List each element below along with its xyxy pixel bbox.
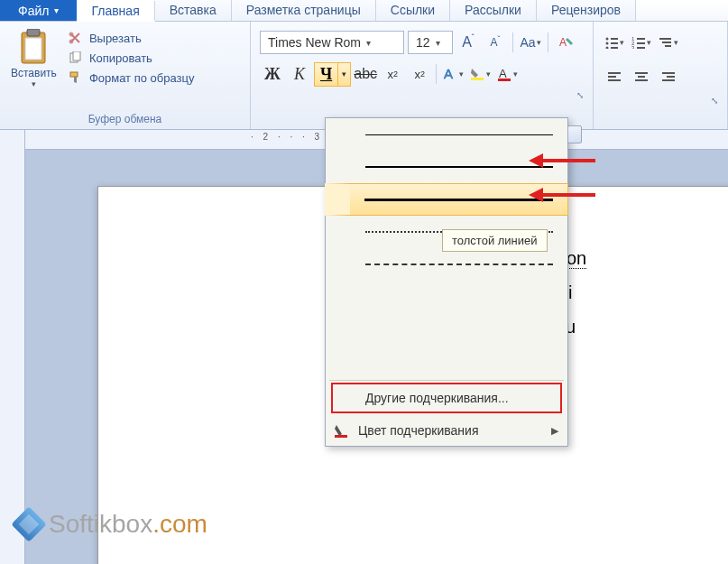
annotation-arrow-2 bbox=[541, 193, 595, 197]
bold-button[interactable]: Ж bbox=[260, 61, 285, 87]
font-color-button[interactable]: A▾ bbox=[494, 61, 520, 87]
align-left-button[interactable] bbox=[603, 65, 626, 88]
bullets-button[interactable]: ▾ bbox=[603, 31, 626, 54]
svg-point-15 bbox=[606, 42, 609, 45]
grow-font-icon: A bbox=[462, 34, 472, 51]
file-menu-button[interactable]: Файл ▾ bbox=[0, 0, 77, 21]
svg-text:A: A bbox=[559, 36, 567, 49]
font-dialog-launcher[interactable]: ⤡ bbox=[575, 88, 585, 102]
chevron-down-icon: ▾ bbox=[32, 79, 36, 88]
eraser-icon: A bbox=[558, 35, 574, 50]
svg-rect-6 bbox=[73, 51, 80, 60]
paragraph-dialog-launcher[interactable]: ⤡ bbox=[709, 94, 720, 107]
change-case-button[interactable]: Aa▾ bbox=[519, 31, 542, 54]
copy-button[interactable]: Копировать bbox=[64, 49, 198, 67]
watermark-logo-icon bbox=[11, 506, 47, 542]
tab-mailings[interactable]: Рассылки bbox=[450, 0, 537, 21]
underline-color-item[interactable]: Цвет подчеркивания ▶ bbox=[326, 415, 567, 446]
svg-rect-24 bbox=[637, 47, 645, 49]
shrink-font-button[interactable]: Aˇ bbox=[484, 31, 507, 54]
highlight-button[interactable]: ▾ bbox=[467, 61, 493, 87]
paste-label: Вставить bbox=[11, 67, 57, 79]
paste-button[interactable]: Вставить ▾ bbox=[7, 25, 60, 92]
paragraph-group: ▾ 123▾ ▾ ⤡ bbox=[594, 22, 728, 129]
more-underlines-item[interactable]: Другие подчеркивания... bbox=[331, 383, 562, 413]
vertical-ruler[interactable] bbox=[0, 130, 25, 564]
subscript-button[interactable]: x2 bbox=[380, 61, 405, 87]
svg-rect-31 bbox=[635, 72, 648, 74]
format-painter-button[interactable]: Формат по образцу bbox=[64, 69, 198, 87]
font-name-combo[interactable]: Times New Rom ▾ bbox=[260, 31, 404, 54]
underline-single[interactable] bbox=[326, 118, 567, 151]
tab-review[interactable]: Рецензиров bbox=[537, 0, 636, 21]
svg-rect-26 bbox=[662, 42, 671, 43]
annotation-arrow-1 bbox=[541, 159, 595, 162]
chevron-right-icon: ▶ bbox=[551, 425, 558, 437]
bullets-icon bbox=[604, 36, 619, 49]
underline-dashed[interactable] bbox=[326, 248, 567, 281]
svg-rect-22 bbox=[637, 42, 645, 44]
underline-wavy[interactable] bbox=[326, 346, 567, 378]
svg-rect-14 bbox=[611, 38, 618, 40]
align-center-button[interactable] bbox=[630, 65, 653, 88]
align-left-icon bbox=[607, 70, 622, 83]
separator bbox=[329, 380, 564, 381]
text-effects-button[interactable]: A▾ bbox=[440, 61, 465, 87]
underline-button[interactable]: Ч bbox=[315, 63, 337, 86]
clipboard-group: Вставить ▾ Вырезать Копировать bbox=[0, 22, 251, 129]
underline-dashdotdot[interactable] bbox=[326, 313, 567, 346]
underline-dashdot[interactable] bbox=[326, 281, 567, 313]
font-group: Times New Rom ▾ 12 ▾ Aˆ Aˇ Aa▾ A Ж К Ч ▾… bbox=[251, 22, 594, 129]
font-color-icon: A bbox=[496, 66, 512, 82]
svg-rect-37 bbox=[335, 435, 347, 438]
svg-rect-25 bbox=[659, 38, 671, 40]
svg-rect-34 bbox=[662, 72, 675, 74]
svg-text:3: 3 bbox=[631, 45, 635, 49]
shrink-font-icon: A bbox=[490, 36, 497, 49]
clipboard-group-title: Буфер обмена bbox=[7, 111, 243, 127]
svg-text:A: A bbox=[499, 67, 507, 80]
underline-split-button[interactable]: Ч ▾ bbox=[314, 62, 351, 87]
svg-point-17 bbox=[606, 47, 609, 50]
svg-rect-30 bbox=[608, 79, 621, 81]
font-size-combo[interactable]: 12 ▾ bbox=[408, 31, 453, 54]
separator bbox=[548, 32, 548, 52]
strikethrough-button[interactable]: abc bbox=[353, 61, 378, 87]
underline-color-icon bbox=[331, 423, 351, 438]
scrollbar-thumb[interactable] bbox=[567, 125, 582, 143]
copy-label: Копировать bbox=[89, 51, 152, 65]
chevron-down-icon: ▾ bbox=[54, 5, 59, 15]
chevron-down-icon: ▾ bbox=[366, 38, 371, 48]
separator bbox=[512, 32, 513, 52]
svg-rect-10 bbox=[471, 78, 484, 80]
cut-button[interactable]: Вырезать bbox=[64, 29, 198, 47]
svg-rect-7 bbox=[70, 72, 78, 77]
align-right-button[interactable] bbox=[657, 65, 680, 88]
tab-page-layout[interactable]: Разметка страницы bbox=[232, 0, 376, 21]
tab-home[interactable]: Главная bbox=[77, 1, 154, 22]
clipboard-paste-icon bbox=[18, 29, 49, 65]
svg-rect-20 bbox=[637, 38, 645, 40]
tab-references[interactable]: Ссылки bbox=[376, 0, 450, 21]
italic-button[interactable]: К bbox=[287, 61, 312, 87]
svg-rect-29 bbox=[608, 76, 616, 78]
case-icon: Aa bbox=[520, 35, 535, 50]
highlight-icon bbox=[469, 66, 485, 82]
numbering-button[interactable]: 123▾ bbox=[630, 31, 653, 54]
font-name-value: Times New Rom bbox=[268, 35, 361, 50]
underline-color-label: Цвет подчеркивания bbox=[358, 423, 479, 438]
svg-rect-32 bbox=[638, 76, 645, 78]
superscript-button[interactable]: x2 bbox=[407, 61, 432, 87]
scissors-icon bbox=[68, 31, 84, 45]
svg-rect-33 bbox=[635, 79, 648, 81]
clear-formatting-button[interactable]: A bbox=[554, 31, 577, 54]
svg-rect-36 bbox=[662, 79, 675, 81]
watermark: Softikbox.com bbox=[16, 510, 207, 539]
underline-dropdown-arrow[interactable]: ▾ bbox=[337, 63, 350, 86]
brush-icon bbox=[68, 70, 84, 85]
tooltip: толстой линией bbox=[442, 229, 548, 252]
grow-font-button[interactable]: Aˆ bbox=[456, 31, 480, 54]
multilevel-button[interactable]: ▾ bbox=[657, 31, 680, 54]
tab-insert[interactable]: Вставка bbox=[155, 0, 232, 21]
more-underlines-label: Другие подчеркивания... bbox=[365, 391, 509, 405]
